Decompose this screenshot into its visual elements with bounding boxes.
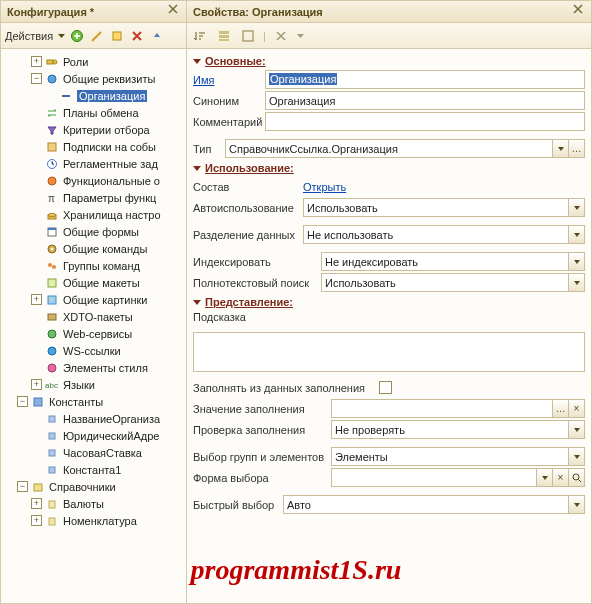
fill-check-select[interactable] xyxy=(331,420,569,439)
catalog-icon xyxy=(44,497,60,511)
choose-form-dropdown-button[interactable] xyxy=(536,468,553,487)
expand-icon[interactable]: + xyxy=(31,56,42,67)
choose-form-clear-button[interactable]: × xyxy=(552,468,569,487)
fulltext-select[interactable] xyxy=(321,273,569,292)
tree-node-c-org-name[interactable]: НазваниеОрганиза xyxy=(3,410,186,427)
tree-node-catalogs[interactable]: −Справочники xyxy=(3,478,186,495)
tree-node-c-hourly-rate[interactable]: ЧасоваяСтавка xyxy=(3,444,186,461)
open-link[interactable]: Открыть xyxy=(303,181,352,193)
tree-node-constants[interactable]: −Константы xyxy=(3,393,186,410)
tree-node-common-forms[interactable]: Общие формы xyxy=(3,223,186,240)
tree-node-function-params[interactable]: πПараметры функц xyxy=(3,189,186,206)
tree-node-style-elements[interactable]: Элементы стиля xyxy=(3,359,186,376)
fill-from-checkbox[interactable] xyxy=(379,381,392,394)
right-panel-header: Свойства: Организация xyxy=(187,1,591,23)
svg-point-20 xyxy=(50,298,52,300)
right-toolbar: | xyxy=(187,23,591,49)
label-groups-elems: Выбор групп и элементов xyxy=(193,451,331,463)
fill-value-clear-button[interactable]: × xyxy=(568,399,585,418)
expand-icon[interactable]: + xyxy=(31,379,42,390)
data-sep-dropdown-button[interactable] xyxy=(568,225,585,244)
collapse-icon[interactable]: − xyxy=(31,73,42,84)
fulltext-dropdown-button[interactable] xyxy=(568,273,585,292)
groups-elems-select[interactable] xyxy=(331,447,569,466)
tree-node-exchange-plans[interactable]: Планы обмена xyxy=(3,104,186,121)
tree-node-web-services[interactable]: Web-сервисы xyxy=(3,325,186,342)
label-type: Тип xyxy=(193,143,225,155)
exchange-icon xyxy=(44,106,60,120)
properties-title: Свойства: Организация xyxy=(193,6,323,18)
label-comment: Комментарий xyxy=(193,116,265,128)
quick-choice-dropdown-button[interactable] xyxy=(568,495,585,514)
name-input[interactable]: Организация xyxy=(265,70,585,89)
tree-node-xdto[interactable]: XDTO-пакеты xyxy=(3,308,186,325)
delete-icon[interactable] xyxy=(128,27,146,45)
choose-form-input[interactable] xyxy=(331,468,537,487)
tree-node-common-pictures[interactable]: +Общие картинки xyxy=(3,291,186,308)
clear-dropdown-icon[interactable] xyxy=(296,32,305,40)
tree-node-event-subscriptions[interactable]: Подписки на собы xyxy=(3,138,186,155)
tree-node-common-attrs[interactable]: −Общие реквизиты xyxy=(3,70,186,87)
constant-group-icon xyxy=(30,395,46,409)
synonym-input[interactable] xyxy=(265,91,585,110)
quick-choice-select[interactable] xyxy=(283,495,569,514)
tree-node-selection-criteria[interactable]: Критерии отбора xyxy=(3,121,186,138)
section-presentation[interactable]: Представление: xyxy=(193,296,585,308)
up-icon[interactable] xyxy=(148,27,166,45)
type-dropdown-button[interactable] xyxy=(552,139,569,158)
wizard-icon[interactable] xyxy=(108,27,126,45)
expand-icon[interactable]: + xyxy=(31,515,42,526)
close-left-icon[interactable] xyxy=(168,4,182,18)
type-dialog-button[interactable]: … xyxy=(568,139,585,158)
label-hint: Подсказка xyxy=(193,311,257,323)
svg-point-16 xyxy=(48,263,52,267)
fill-value-input[interactable] xyxy=(331,399,553,418)
actions-dropdown-icon[interactable] xyxy=(57,32,66,40)
type-input[interactable] xyxy=(225,139,553,158)
close-right-icon[interactable] xyxy=(573,4,587,18)
comment-input[interactable] xyxy=(265,112,585,131)
indexing-dropdown-button[interactable] xyxy=(568,252,585,271)
choose-form-lens-button[interactable] xyxy=(568,468,585,487)
collapse-icon[interactable]: − xyxy=(17,481,28,492)
tree-node-cat-currency[interactable]: +Валюты xyxy=(3,495,186,512)
tree-node-settings-storages[interactable]: Хранилища настро xyxy=(3,206,186,223)
expand-icon[interactable]: + xyxy=(31,498,42,509)
tree-node-organization[interactable]: Организация xyxy=(3,87,186,104)
tree-node-ws-refs[interactable]: WS-ссылки xyxy=(3,342,186,359)
data-sep-select[interactable] xyxy=(303,225,569,244)
svg-rect-32 xyxy=(49,501,55,508)
auto-use-dropdown-button[interactable] xyxy=(568,198,585,217)
tree-node-common-templates[interactable]: Общие макеты xyxy=(3,274,186,291)
constant-icon xyxy=(44,412,60,426)
tree-node-scheduled-jobs[interactable]: Регламентные зад xyxy=(3,155,186,172)
add-icon[interactable] xyxy=(68,27,86,45)
config-tree[interactable]: +Роли −Общие реквизиты Организация Планы… xyxy=(1,49,186,603)
tree-node-common-commands[interactable]: Общие команды xyxy=(3,240,186,257)
edit-icon[interactable] xyxy=(88,27,106,45)
tree-node-functional-options[interactable]: Функциональные о xyxy=(3,172,186,189)
section-main[interactable]: Основные: xyxy=(193,55,585,67)
sort-icon[interactable] xyxy=(191,27,209,45)
collapse-icon[interactable]: − xyxy=(17,396,28,407)
tree-node-command-groups[interactable]: Группы команд xyxy=(3,257,186,274)
section-usage[interactable]: Использование: xyxy=(193,162,585,174)
hint-textarea[interactable] xyxy=(193,332,585,372)
clear-icon[interactable] xyxy=(272,27,290,45)
fill-check-dropdown-button[interactable] xyxy=(568,420,585,439)
groups-elems-dropdown-button[interactable] xyxy=(568,447,585,466)
tree-node-roles[interactable]: +Роли xyxy=(3,53,186,70)
tree-node-c-const1[interactable]: Константа1 xyxy=(3,461,186,478)
fill-value-dialog-button[interactable]: … xyxy=(552,399,569,418)
svg-point-8 xyxy=(48,177,56,185)
actions-menu[interactable]: Действия xyxy=(5,30,53,42)
tree-node-cat-nomenclature[interactable]: +Номенклатура xyxy=(3,512,186,529)
categories-icon[interactable] xyxy=(215,27,233,45)
expand-icon[interactable]: + xyxy=(31,294,42,305)
label-name[interactable]: Имя xyxy=(193,74,265,86)
tree-node-languages[interactable]: +abcЯзыки xyxy=(3,376,186,393)
alpha-icon[interactable] xyxy=(239,27,257,45)
auto-use-select[interactable] xyxy=(303,198,569,217)
indexing-select[interactable] xyxy=(321,252,569,271)
tree-node-c-legal-addr[interactable]: ЮридическийАдре xyxy=(3,427,186,444)
